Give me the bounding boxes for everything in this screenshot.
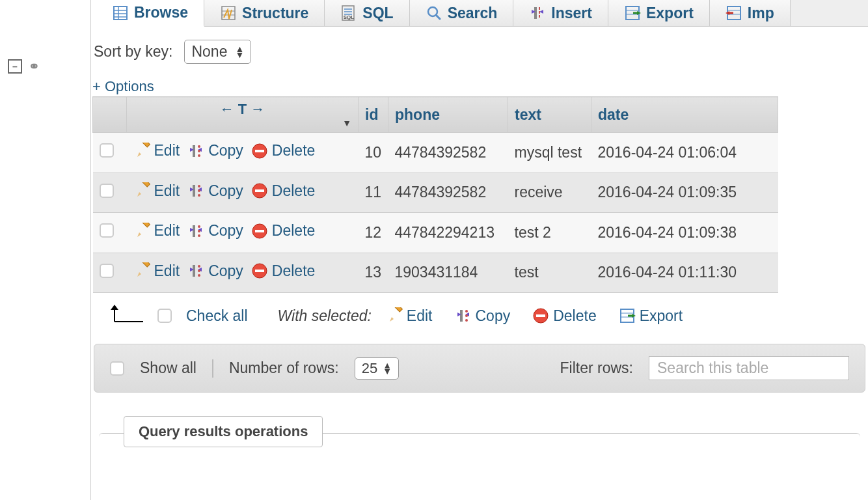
bulk-arrow-icon [108,305,143,327]
pencil-icon [133,262,150,279]
cell-text: mysql test [508,133,591,173]
divider [212,359,213,378]
tab-export[interactable]: Export [608,0,710,26]
bulk-delete-label: Delete [553,307,596,325]
bulk-delete[interactable]: Delete [532,307,596,325]
column-phone[interactable]: phone [388,97,508,133]
bulk-edit[interactable]: Edit [386,307,433,325]
column-actions-header[interactable]: ← T → ▼ [127,97,359,133]
tab-import-label: Imp [748,5,774,22]
row-edit[interactable]: Edit [133,142,180,160]
svg-rect-53 [193,225,195,237]
svg-marker-62 [137,272,141,277]
export-icon [619,307,636,324]
svg-rect-0 [114,7,127,20]
svg-rect-70 [255,270,264,272]
column-checkbox-header [93,97,127,133]
svg-point-56 [198,225,200,228]
filter-label: Filter rows: [560,359,633,377]
tab-structure[interactable]: Structure [204,0,325,26]
bulk-copy[interactable]: Copy [455,307,511,325]
tab-export-label: Export [646,5,694,22]
column-date[interactable]: date [591,97,778,133]
svg-marker-32 [137,152,141,157]
row-checkbox[interactable] [100,223,114,238]
sort-key-row: Sort by key: None ▲▼ [92,40,867,64]
cell-date: 2016-04-24 01:06:04 [591,133,778,173]
svg-point-57 [198,230,200,232]
row-delete[interactable]: Delete [251,182,315,200]
row-checkbox[interactable] [100,143,114,158]
tab-browse[interactable]: Browse [96,0,204,27]
row-edit[interactable]: Edit [133,262,180,280]
cell-phone: 1903431184 [388,253,508,293]
row-copy[interactable]: Copy [187,262,243,280]
copy-icon [187,182,204,199]
row-copy[interactable]: Copy [187,142,243,160]
row-copy[interactable]: Copy [187,222,243,240]
delete-icon [251,262,268,279]
column-text[interactable]: text [508,97,591,133]
reorder-icon[interactable]: ← T → [133,101,351,118]
pencil-icon [386,307,403,324]
svg-rect-18 [539,7,540,10]
sql-icon: SQL [340,5,357,21]
filter-input[interactable] [649,356,849,380]
delete-icon [251,182,268,199]
svg-point-68 [198,274,200,277]
tab-sql-label: SQL [362,5,393,22]
copy-icon [187,223,204,240]
tab-insert[interactable]: Insert [513,0,608,26]
num-rows-select[interactable]: 25 ▲▼ [355,357,399,380]
cell-date: 2016-04-24 01:09:35 [591,173,778,213]
svg-rect-33 [193,145,195,157]
collapse-icon[interactable]: – [8,59,22,74]
row-copy-label: Copy [208,142,243,160]
show-all-checkbox[interactable] [110,361,124,376]
svg-rect-30 [729,12,733,14]
row-edit[interactable]: Edit [133,222,180,240]
svg-rect-88 [628,315,632,317]
tab-browse-label: Browse [134,4,188,21]
cell-phone: 44784392582 [388,173,508,213]
row-delete[interactable]: Delete [251,142,315,160]
row-copy-label: Copy [208,262,243,280]
row-edit-label: Edit [154,182,180,200]
options-toggle[interactable]: + Options [92,78,154,95]
row-edit-label: Edit [154,142,180,160]
row-copy[interactable]: Copy [187,182,243,200]
check-all-link[interactable]: Check all [186,307,248,325]
cell-date: 2016-04-24 01:09:38 [591,213,778,253]
num-rows-label: Number of rows: [229,359,339,377]
table-row: EditCopyDelete12447842294213test 22016-0… [93,213,778,253]
row-edit[interactable]: Edit [133,182,180,200]
row-delete-label: Delete [272,262,315,280]
tab-sql[interactable]: SQL SQL [325,0,409,26]
row-checkbox[interactable] [100,264,114,278]
svg-point-58 [198,234,200,237]
bulk-copy-label: Copy [476,307,511,325]
svg-rect-76 [460,310,463,322]
sort-key-select[interactable]: None ▲▼ [184,40,251,64]
tabbar: Browse Structure SQL SQL Search Insert E… [96,0,868,27]
link-icon[interactable]: ⚭ [29,59,40,74]
tab-insert-label: Insert [551,5,592,22]
svg-rect-25 [633,12,638,14]
bulk-export[interactable]: Export [619,307,683,325]
row-delete-label: Delete [272,142,315,160]
row-delete[interactable]: Delete [251,262,315,280]
tab-import[interactable]: Imp [710,0,791,26]
svg-point-79 [465,310,468,312]
cell-text: receive [508,173,591,213]
check-all-checkbox[interactable] [157,309,172,323]
cell-phone: 447842294213 [388,213,508,253]
sort-marker-icon[interactable]: ▼ [342,118,351,128]
row-delete[interactable]: Delete [251,222,315,240]
tab-search[interactable]: Search [410,0,514,26]
browse-icon [112,5,129,21]
row-checkbox[interactable] [100,184,114,198]
column-id[interactable]: id [359,97,388,133]
svg-rect-51 [139,223,150,227]
structure-icon [220,5,237,21]
svg-rect-74 [391,307,402,312]
